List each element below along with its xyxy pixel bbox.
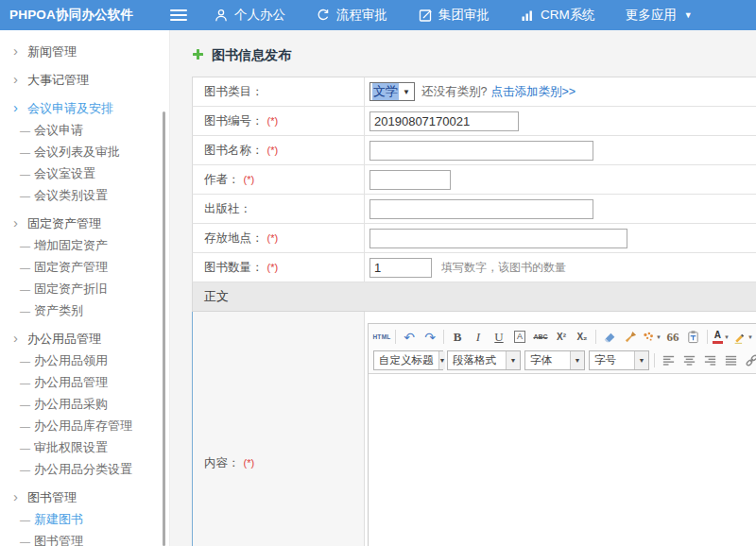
nav-group-approval[interactable]: 集团审批: [418, 7, 490, 24]
sidebar-item-book-manage[interactable]: — 图书管理: [0, 530, 169, 546]
editor-content-area[interactable]: [369, 374, 756, 546]
font-family-select[interactable]: 字体 ▼: [524, 350, 585, 370]
sidebar-section-news[interactable]: › 新闻管理: [0, 41, 169, 62]
font-border-button[interactable]: A: [514, 331, 525, 343]
autotypeset-icon[interactable]: ▼: [642, 328, 662, 347]
required-mark: (*): [267, 262, 279, 273]
sidebar-item-supplies-manage[interactable]: — 办公用品管理: [0, 371, 169, 393]
form-row-author: 作者： (*): [192, 165, 756, 195]
align-left-icon[interactable]: [659, 351, 678, 370]
sidebar-item-supplies-inventory[interactable]: — 办公用品库存管理: [0, 415, 169, 436]
chevron-right-icon: ›: [13, 72, 27, 86]
highlight-pen-icon[interactable]: ▼: [732, 328, 753, 347]
group-approval-icon: [418, 8, 433, 23]
form-row-category: 图书类目： 文学 ▼ 还没有类别? 点击添加类别>>: [192, 77, 756, 107]
source-code-button[interactable]: HTML: [372, 328, 391, 347]
align-justify-icon[interactable]: [721, 351, 740, 370]
dash-icon: —: [20, 442, 34, 453]
main-content: 图书信息发布 图书类目： 文学 ▼ 还没有类别? 点击添加类别>> 图书编号： …: [170, 30, 756, 546]
quantity-input[interactable]: [369, 258, 432, 278]
header-nav: 个人办公 流程审批 集团审批 CRM系统 更多应用: [214, 7, 693, 24]
sidebar-section-books[interactable]: › 图书管理: [0, 486, 169, 508]
nav-flow-approval[interactable]: 流程审批: [316, 7, 387, 24]
format-brush-icon[interactable]: [621, 328, 640, 347]
sidebar-item-supplies-category[interactable]: — 办公用品分类设置: [0, 458, 169, 480]
nav-more-apps[interactable]: 更多应用 ▼: [626, 7, 693, 24]
caret-down-icon: ▼: [570, 351, 584, 369]
sidebar-item-supplies-use[interactable]: — 办公用品领用: [0, 350, 169, 371]
form-row-name: 图书名称： (*): [192, 136, 756, 165]
align-right-icon[interactable]: [700, 351, 719, 370]
name-label: 图书名称：: [204, 143, 264, 159]
font-color-button[interactable]: A ▼: [712, 328, 730, 347]
font-size-select[interactable]: 字号 ▼: [589, 350, 649, 370]
eraser-icon[interactable]: [600, 328, 619, 347]
nav-crm-system[interactable]: CRM系统: [520, 7, 595, 24]
sidebar-item-supplies-purchase[interactable]: — 办公用品采购: [0, 393, 169, 415]
top-header-bar: PHPOA协同办公软件 个人办公 流程审批 集团审批: [0, 0, 756, 30]
sidebar-scrollbar[interactable]: [163, 111, 165, 546]
sidebar-menu: › 新闻管理 › 大事记管理 › 会议申请及安排 — 会议申请 — 会议列表及审…: [0, 30, 170, 546]
link-icon[interactable]: [742, 351, 756, 370]
caret-down-icon: ▼: [684, 10, 693, 20]
editor-toolbar: HTML ↶ ↷ B I U A ABC X²: [369, 324, 756, 374]
sidebar-item-asset-add[interactable]: — 增加固定资产: [0, 234, 169, 256]
book-form: 图书类目： 文学 ▼ 还没有类别? 点击添加类别>> 图书编号： (*): [192, 77, 756, 546]
dash-icon: —: [20, 262, 34, 273]
bold-button[interactable]: B: [448, 328, 467, 347]
sidebar-item-meeting-room[interactable]: — 会议室设置: [0, 162, 169, 184]
location-input[interactable]: [369, 229, 627, 248]
crm-chart-icon: [520, 8, 535, 23]
custom-title-select[interactable]: 自定义标题 ▼: [373, 350, 443, 370]
sidebar-item-asset-category[interactable]: — 资产类别: [0, 299, 169, 321]
category-select[interactable]: 文学 ▼: [369, 82, 415, 101]
body-section-header: 正文: [192, 282, 756, 312]
toolbar-row-1: HTML ↶ ↷ B I U A ABC X²: [371, 325, 756, 349]
dash-icon: —: [20, 464, 34, 475]
form-row-location: 存放地点： (*): [192, 224, 756, 253]
sidebar-item-approval-permission[interactable]: — 审批权限设置: [0, 436, 169, 458]
redo-icon[interactable]: ↷: [421, 328, 439, 347]
content-label: 内容：: [204, 455, 240, 471]
sidebar-section-events[interactable]: › 大事记管理: [0, 69, 169, 91]
dash-icon: —: [20, 536, 34, 546]
sidebar-item-meeting-category[interactable]: — 会议类别设置: [0, 184, 169, 206]
sidebar-section-supplies[interactable]: › 办公用品管理: [0, 328, 169, 350]
chevron-right-icon: ›: [13, 489, 27, 503]
nav-personal-office[interactable]: 个人办公: [214, 7, 285, 24]
paragraph-format-select[interactable]: 段落格式 ▼: [447, 350, 521, 370]
page-title: 图书信息发布: [212, 47, 291, 64]
form-row-quantity: 图书数量： (*) 填写数字，该图书的数量: [192, 253, 756, 282]
sidebar-item-asset-depreciation[interactable]: — 固定资产折旧: [0, 278, 169, 299]
italic-button[interactable]: I: [469, 328, 488, 347]
quantity-label: 图书数量：: [204, 260, 264, 276]
author-input[interactable]: [369, 170, 451, 190]
blockquote-button[interactable]: 66: [663, 328, 682, 347]
sidebar-item-asset-manage[interactable]: — 固定资产管理: [0, 256, 169, 278]
menu-hamburger-icon[interactable]: [170, 8, 187, 23]
book-name-input[interactable]: [369, 141, 593, 161]
subscript-button[interactable]: X₂: [573, 328, 592, 347]
add-category-link[interactable]: 点击添加类别>>: [490, 84, 576, 100]
sidebar-item-book-new[interactable]: — 新建图书: [0, 508, 169, 530]
rich-text-editor: HTML ↶ ↷ B I U A ABC X²: [368, 323, 756, 546]
sidebar-section-meeting[interactable]: › 会议申请及安排: [0, 97, 169, 119]
form-row-publisher: 出版社：: [192, 195, 756, 224]
dash-icon: —: [20, 355, 34, 367]
sidebar-item-meeting-list[interactable]: — 会议列表及审批: [0, 141, 169, 162]
paste-text-icon[interactable]: [684, 328, 703, 347]
superscript-button[interactable]: X²: [552, 328, 571, 347]
required-mark: (*): [244, 174, 255, 185]
strikethrough-button[interactable]: ABC: [531, 328, 550, 347]
sidebar-item-meeting-apply[interactable]: — 会议申请: [0, 119, 169, 141]
author-label: 作者：: [204, 172, 240, 188]
category-label: 图书类目：: [204, 84, 264, 100]
publisher-label: 出版社：: [204, 201, 251, 217]
sidebar-section-assets[interactable]: › 固定资产管理: [0, 213, 169, 234]
underline-button[interactable]: U: [490, 328, 508, 347]
publisher-input[interactable]: [369, 199, 593, 219]
book-code-input[interactable]: [369, 111, 519, 131]
undo-icon[interactable]: ↶: [400, 328, 419, 347]
align-center-icon[interactable]: [679, 351, 698, 370]
location-label: 存放地点：: [204, 230, 264, 247]
